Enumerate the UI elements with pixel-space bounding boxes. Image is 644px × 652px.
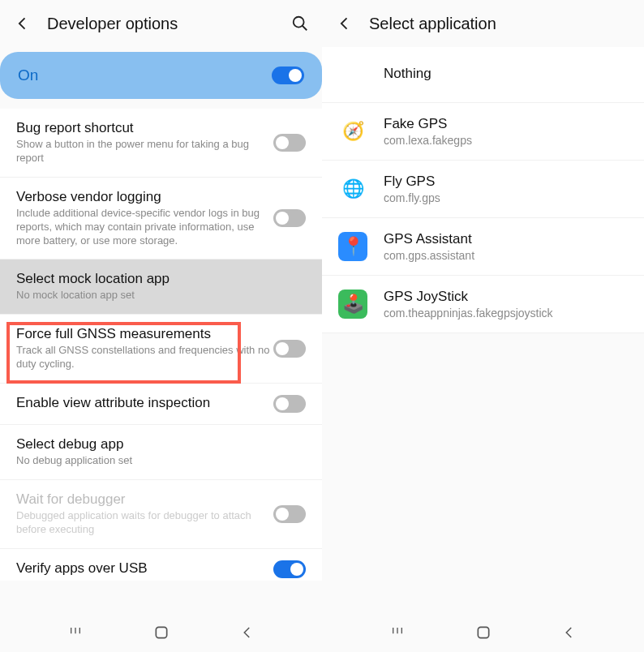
toggle-switch[interactable] bbox=[273, 395, 306, 413]
setting-text: Verify apps over USB bbox=[16, 560, 273, 578]
app-package: com.theappninjas.fakegpsjoystick bbox=[384, 307, 628, 320]
app-package: com.gps.assistant bbox=[384, 249, 628, 262]
app-item[interactable]: 🕹️GPS JoyStickcom.theappninjas.fakegpsjo… bbox=[322, 276, 644, 333]
setting-desc: Show a button in the power menu for taki… bbox=[16, 138, 273, 165]
setting-text: Bug report shortcutShow a button in the … bbox=[16, 120, 273, 165]
app-name: GPS JoyStick bbox=[384, 289, 628, 305]
nav-bar-right bbox=[322, 616, 644, 652]
app-text: Fake GPScom.lexa.fakegps bbox=[384, 116, 628, 147]
setting-text: Wait for debuggerDebugged application wa… bbox=[16, 491, 273, 537]
setting-title: Select debug app bbox=[16, 436, 306, 453]
setting-text: Force full GNSS measurementsTrack all GN… bbox=[16, 326, 273, 371]
setting-desc: Debugged application waits for debugger … bbox=[16, 509, 273, 537]
setting-item[interactable]: Select debug appNo debug application set bbox=[0, 425, 322, 480]
settings-scroll[interactable]: On Bug report shortcutShow a button in t… bbox=[0, 47, 322, 616]
toggle-switch[interactable] bbox=[273, 134, 306, 152]
setting-desc: Include additional device-specific vendo… bbox=[16, 207, 273, 248]
nav-back-icon[interactable] bbox=[562, 625, 577, 643]
setting-title: Enable view attribute inspection bbox=[16, 395, 273, 411]
setting-title: Force full GNSS measurements bbox=[16, 326, 273, 342]
setting-title: Verbose vendor logging bbox=[16, 189, 273, 205]
svg-line-1 bbox=[303, 26, 307, 31]
toggle-switch[interactable] bbox=[273, 209, 306, 227]
header-left: Developer options bbox=[0, 0, 322, 47]
app-icon: 📍 bbox=[338, 232, 367, 261]
setting-item[interactable]: Force full GNSS measurementsTrack all GN… bbox=[0, 315, 322, 384]
left-panel: Developer options On Bug report shortcut… bbox=[0, 0, 322, 652]
svg-rect-5 bbox=[157, 627, 167, 637]
toggle-switch bbox=[273, 505, 306, 523]
nav-recent-icon[interactable] bbox=[67, 626, 84, 642]
back-icon[interactable] bbox=[13, 14, 32, 33]
toggle-switch[interactable] bbox=[273, 340, 306, 358]
nav-recent-icon[interactable] bbox=[389, 626, 406, 642]
setting-title: Wait for debugger bbox=[16, 491, 273, 508]
setting-desc: No mock location app set bbox=[16, 289, 306, 302]
page-title: Developer options bbox=[47, 15, 291, 33]
master-toggle-row[interactable]: On bbox=[0, 52, 322, 99]
app-icon bbox=[338, 60, 367, 89]
app-icon: 🌐 bbox=[338, 174, 367, 204]
app-name: Fake GPS bbox=[384, 116, 628, 132]
setting-title: Bug report shortcut bbox=[16, 120, 273, 136]
header-right: Select application bbox=[322, 0, 644, 47]
app-name: GPS Assistant bbox=[384, 231, 628, 247]
page-title: Select application bbox=[369, 15, 631, 33]
app-text: GPS JoyStickcom.theappninjas.fakegpsjoys… bbox=[384, 289, 628, 320]
app-package: com.fly.gps bbox=[384, 191, 628, 204]
setting-desc: Track all GNSS constellations and freque… bbox=[16, 344, 273, 371]
svg-point-0 bbox=[294, 17, 304, 28]
setting-item[interactable]: Verify apps over USB bbox=[0, 549, 322, 581]
setting-item[interactable]: Select mock location appNo mock location… bbox=[0, 260, 322, 315]
master-toggle-label: On bbox=[18, 66, 272, 84]
app-text: Fly GPScom.fly.gps bbox=[384, 174, 628, 204]
svg-rect-9 bbox=[479, 627, 489, 637]
back-icon[interactable] bbox=[335, 14, 354, 33]
app-name: Fly GPS bbox=[384, 174, 628, 190]
right-panel: Select application Nothing🧭Fake GPScom.l… bbox=[322, 0, 644, 652]
master-toggle[interactable] bbox=[272, 66, 304, 84]
setting-text: Select mock location appNo mock location… bbox=[16, 271, 306, 302]
setting-desc: No debug application set bbox=[16, 454, 306, 468]
nav-home-icon[interactable] bbox=[475, 624, 492, 644]
setting-item[interactable]: Wait for debuggerDebugged application wa… bbox=[0, 480, 322, 549]
setting-text: Verbose vendor loggingInclude additional… bbox=[16, 189, 273, 248]
app-text: Nothing bbox=[384, 66, 628, 84]
toggle-switch[interactable] bbox=[273, 560, 306, 578]
app-icon: 🧭 bbox=[338, 117, 367, 146]
setting-text: Select debug appNo debug application set bbox=[16, 436, 306, 468]
nav-back-icon[interactable] bbox=[240, 625, 255, 643]
app-name: Nothing bbox=[384, 66, 628, 82]
setting-title: Select mock location app bbox=[16, 271, 306, 287]
app-item[interactable]: Nothing bbox=[322, 47, 644, 103]
setting-title: Verify apps over USB bbox=[16, 560, 273, 577]
app-item[interactable]: 🌐Fly GPScom.fly.gps bbox=[322, 161, 644, 218]
search-icon[interactable] bbox=[291, 15, 309, 32]
setting-text: Enable view attribute inspection bbox=[16, 395, 273, 413]
app-icon: 🕹️ bbox=[338, 290, 367, 319]
setting-item[interactable]: Verbose vendor loggingInclude additional… bbox=[0, 178, 322, 260]
setting-item[interactable]: Enable view attribute inspection bbox=[0, 384, 322, 425]
app-list-scroll[interactable]: Nothing🧭Fake GPScom.lexa.fakegps🌐Fly GPS… bbox=[322, 47, 644, 616]
nav-home-icon[interactable] bbox=[153, 624, 170, 644]
setting-item[interactable]: Bug report shortcutShow a button in the … bbox=[0, 109, 322, 178]
nav-bar-left bbox=[0, 616, 322, 652]
app-item[interactable]: 📍GPS Assistantcom.gps.assistant bbox=[322, 218, 644, 276]
app-package: com.lexa.fakegps bbox=[384, 134, 628, 147]
app-item[interactable]: 🧭Fake GPScom.lexa.fakegps bbox=[322, 103, 644, 161]
app-text: GPS Assistantcom.gps.assistant bbox=[384, 231, 628, 262]
